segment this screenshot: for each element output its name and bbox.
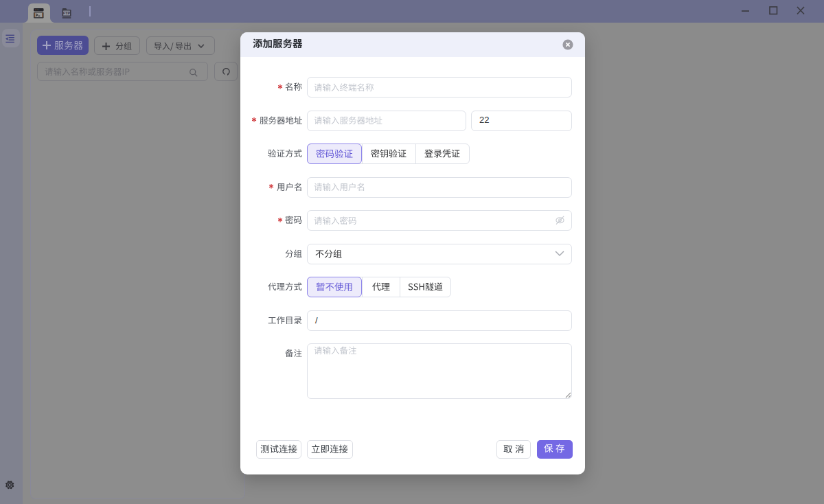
svg-text:FTP: FTP (63, 11, 71, 15)
